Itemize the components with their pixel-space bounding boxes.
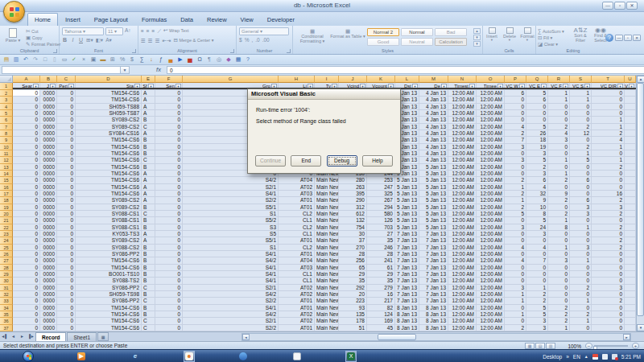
cell[interactable] <box>625 305 636 311</box>
cell[interactable]: 754 <box>339 224 367 231</box>
cell[interactable] <box>625 171 636 177</box>
cell[interactable] <box>625 271 636 278</box>
cell[interactable]: 2 <box>592 130 625 137</box>
cell[interactable]: 0000 <box>40 285 57 291</box>
cell[interactable]: 0 <box>505 110 526 117</box>
cell[interactable]: 0 <box>570 325 592 331</box>
toolbar-chevrons[interactable]: » <box>566 354 569 360</box>
cell[interactable]: 8 Jan 13 <box>419 305 448 311</box>
cell[interactable]: 0000 <box>40 231 57 237</box>
increase-decimal-icon[interactable]: .0 <box>255 37 259 43</box>
cell[interactable]: 0 <box>592 265 625 271</box>
cell[interactable]: 0000 <box>40 164 57 171</box>
cell[interactable]: 0000 <box>40 318 57 324</box>
cell[interactable]: 7 Jan 13 <box>419 278 448 284</box>
zoom-in-button[interactable]: + <box>632 343 639 349</box>
cell[interactable]: S1 <box>183 245 279 251</box>
cell[interactable]: S5/1 <box>183 237 279 244</box>
cell[interactable]: 0 <box>57 211 76 217</box>
cell[interactable] <box>625 217 636 224</box>
cell[interactable]: CL1 <box>279 271 315 278</box>
column-header-A[interactable]: A <box>13 76 40 83</box>
cell[interactable]: 12:00 AM <box>477 144 505 150</box>
cell[interactable]: 0 <box>155 104 183 110</box>
cell[interactable]: S4/1 <box>183 271 279 278</box>
cell[interactable]: 292 <box>339 285 367 291</box>
column-header-R[interactable]: R <box>548 76 570 83</box>
column-header-D[interactable]: D <box>76 76 142 83</box>
comma-icon[interactable]: , <box>251 37 253 43</box>
cell[interactable]: 0 <box>57 231 76 237</box>
cell[interactable]: 0 <box>57 265 76 271</box>
cell[interactable]: 12:00 AM <box>448 197 477 204</box>
fill-color-icon[interactable]: ◧▾ <box>96 37 103 43</box>
orientation-icon[interactable]: ⟋ <box>157 28 161 34</box>
cell[interactable]: 280 <box>339 177 367 183</box>
wrap-text-button[interactable]: ↩ Wrap Text <box>163 27 189 34</box>
cell[interactable]: 3 <box>526 150 548 157</box>
cell[interactable]: 2 <box>548 211 570 217</box>
omega-icon[interactable]: Ω <box>196 56 204 64</box>
cell[interactable]: TM154-CS6 <box>76 184 142 191</box>
cell[interactable] <box>625 177 636 183</box>
cell[interactable]: 0 <box>13 184 40 191</box>
cell[interactable]: 0 <box>13 245 40 251</box>
cell[interactable]: 0 <box>548 231 570 237</box>
cell[interactable]: 0 <box>592 97 625 103</box>
cell[interactable]: Main New <box>315 231 339 237</box>
cell[interactable]: 0 <box>155 325 183 331</box>
cell[interactable]: 8 <box>526 211 548 217</box>
row-header[interactable]: 12 <box>0 157 13 163</box>
cell[interactable]: A <box>142 197 155 204</box>
cell[interactable]: A <box>142 237 155 244</box>
cell[interactable]: 4 <box>548 130 570 137</box>
cell[interactable]: 0 <box>570 237 592 244</box>
cell[interactable]: 4 <box>505 257 526 264</box>
cell[interactable]: 0 <box>155 171 183 177</box>
cell[interactable]: 0 <box>592 271 625 278</box>
cell[interactable] <box>625 265 636 271</box>
cell[interactable]: 5 Jan 13 <box>419 224 448 231</box>
style-normal-2[interactable]: Normal 2 <box>367 28 399 36</box>
align-top-icon[interactable]: ≡ <box>141 28 144 34</box>
borders-icon[interactable]: ⊞▾ <box>86 37 93 43</box>
cell[interactable]: 1 <box>570 97 592 103</box>
cell[interactable]: 0 <box>13 325 40 331</box>
cell[interactable]: 0000 <box>40 245 57 251</box>
cell[interactable] <box>625 325 636 331</box>
cell[interactable]: SY088-CS2 <box>76 245 142 251</box>
cell[interactable]: 0 <box>592 257 625 264</box>
cell[interactable]: S4/2 <box>183 291 279 298</box>
cell[interactable]: 0 <box>13 164 40 171</box>
volume-tray-icon[interactable] <box>612 354 617 360</box>
cell[interactable]: 0000 <box>40 311 57 318</box>
cell[interactable]: 0 <box>570 291 592 298</box>
style-neutral[interactable]: Neutral <box>401 38 433 46</box>
cell[interactable]: 270 <box>339 245 367 251</box>
cell[interactable]: 0 <box>57 164 76 171</box>
select-all-corner[interactable] <box>0 76 13 83</box>
cell[interactable]: 5 Jan 13 <box>419 164 448 171</box>
cell[interactable]: 3 <box>526 325 548 331</box>
autosum-button[interactable]: ∑ AutoSum ▾ <box>538 28 564 35</box>
cell[interactable] <box>625 90 636 97</box>
cell[interactable]: 12:00 AM <box>448 298 477 304</box>
cell[interactable]: B <box>142 150 155 157</box>
row-header[interactable]: 26 <box>0 251 13 257</box>
cell[interactable]: 12 <box>570 130 592 137</box>
cell[interactable]: 0 <box>592 305 625 311</box>
cell[interactable]: 29 <box>367 271 395 278</box>
cell[interactable]: 0 <box>13 157 40 163</box>
cell[interactable]: 0 <box>13 104 40 110</box>
cell[interactable]: TM154-CS6 <box>76 157 142 163</box>
cell[interactable]: 0 <box>13 257 40 264</box>
cell[interactable]: B <box>142 217 155 224</box>
cell[interactable]: 28 <box>339 251 367 257</box>
cell[interactable]: 0000 <box>40 197 57 204</box>
cell[interactable] <box>625 245 636 251</box>
cell[interactable]: 1 <box>505 291 526 298</box>
cell[interactable]: 0000 <box>40 305 57 311</box>
cell[interactable]: 0 <box>155 224 183 231</box>
cell[interactable]: 0 <box>548 278 570 284</box>
row-header[interactable]: 20 <box>0 211 13 217</box>
